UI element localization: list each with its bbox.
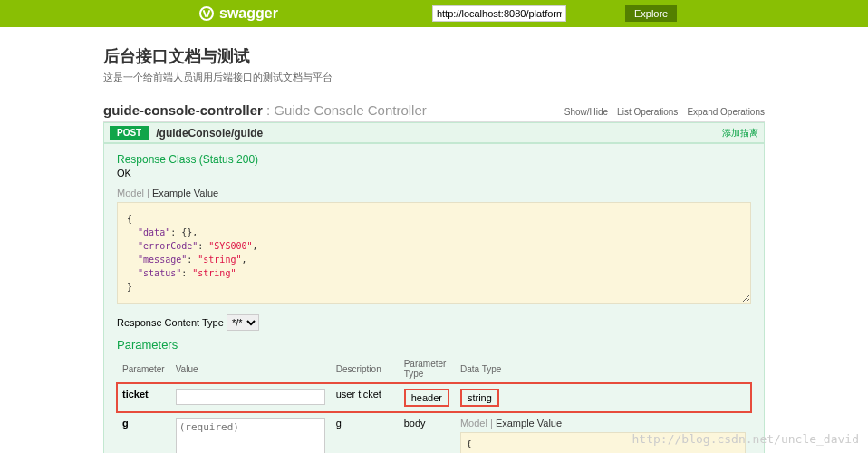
top-header: swagger Explore (0, 0, 868, 27)
list-ops-link[interactable]: List Operations (617, 107, 678, 117)
col-value: Value (170, 355, 331, 383)
col-parameter: Parameter (117, 355, 170, 383)
param-body-textarea[interactable] (176, 418, 325, 453)
operation-body: Response Class (Status 200) OK Model | E… (103, 143, 765, 453)
page-title: 后台接口文档与测试 (103, 45, 765, 67)
operation-path: /guideConsole/guide (156, 127, 263, 140)
dt-model-toggle: Model | Example Value (460, 418, 746, 429)
model-toggle: Model | Example Value (117, 188, 751, 198)
operation-row[interactable]: POST /guideConsole/guide 添加描离 (103, 122, 765, 143)
example-tab[interactable]: Example Value (152, 188, 218, 198)
dt-example-tab[interactable]: Example Value (496, 418, 562, 429)
add-desc-link[interactable]: 添加描离 (722, 127, 758, 140)
ctype-label: Response Content Type (117, 317, 224, 328)
showhide-link[interactable]: Show/Hide (564, 107, 608, 117)
expand-ops-link[interactable]: Expand Operations (687, 107, 765, 117)
parameters-title: Parameters (117, 338, 751, 352)
http-method-badge: POST (110, 126, 149, 140)
dt-model-tab[interactable]: Model (460, 418, 487, 429)
main-container: 后台接口文档与测试 这是一个给前端人员调用后端接口的测试文档与平台 guide-… (103, 27, 765, 453)
params-header-row: Parameter Value Description Parameter Ty… (117, 355, 751, 383)
param-row-ticket: ticket user ticket header string (117, 383, 751, 413)
model-tab[interactable]: Model (117, 188, 144, 198)
param-type-body: body (399, 412, 455, 453)
param-desc: user ticket (331, 383, 399, 413)
logo-text: swagger (219, 5, 278, 22)
watermark: http://blog.csdn.net/uncle_david (632, 432, 859, 446)
param-dtype-string: string (460, 389, 499, 407)
param-value-input[interactable] (176, 389, 325, 405)
logo: swagger (199, 5, 278, 22)
param-name: g (117, 412, 170, 453)
controller-header[interactable]: guide-console-controller : Guide Console… (103, 102, 765, 122)
controller-desc: : Guide Console Controller (263, 102, 427, 118)
controller-name: guide-console-controller (103, 102, 263, 118)
response-example[interactable]: { "data": {}, "errorCode": "SYS000", "me… (117, 202, 751, 304)
col-dtype: Data Type (455, 355, 751, 383)
explore-button[interactable]: Explore (625, 5, 677, 22)
api-url-input[interactable] (432, 5, 566, 22)
page-subtitle: 这是一个给前端人员调用后端接口的测试文档与平台 (103, 71, 765, 84)
param-name: ticket (117, 383, 170, 413)
param-desc: g (331, 412, 399, 453)
param-type-header: header (404, 389, 449, 407)
response-ok: OK (117, 168, 751, 178)
response-content-type-select[interactable]: */* (227, 314, 259, 331)
col-ptype: Parameter Type (399, 355, 455, 383)
response-class: Response Class (Status 200) (117, 153, 751, 166)
swagger-logo-icon (199, 6, 214, 21)
response-content-type-row: Response Content Type */* (117, 314, 751, 331)
controller-ops: Show/Hide List Operations Expand Operati… (564, 107, 765, 117)
col-description: Description (331, 355, 399, 383)
